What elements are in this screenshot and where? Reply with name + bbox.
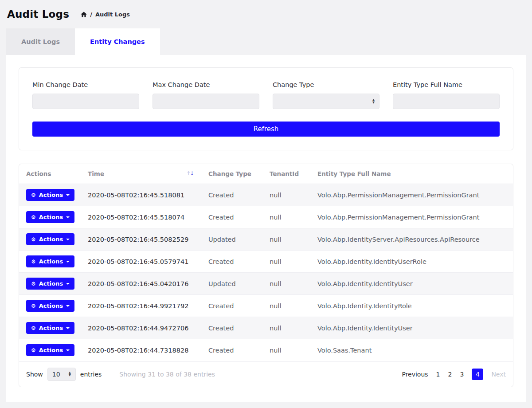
cell-change-type: Created <box>205 251 266 273</box>
table-row: ⚙Actions 2020-05-08T02:16:45.518074 Crea… <box>19 206 513 228</box>
cell-change-type: Created <box>205 295 266 317</box>
pagination-page-2[interactable]: 2 <box>448 371 452 378</box>
entity-type-full-name-input[interactable] <box>393 94 500 109</box>
pagination-previous[interactable]: Previous <box>402 371 428 378</box>
cell-tenant-id: null <box>266 184 314 206</box>
table-row: ⚙Actions 2020-05-08T02:16:44.7318828 Cre… <box>19 339 513 361</box>
row-actions-button[interactable]: ⚙Actions <box>26 344 74 356</box>
page-header: Audit Logs / Audit Logs <box>0 0 532 28</box>
cell-tenant-id: null <box>266 339 314 361</box>
cell-tenant-id: null <box>266 295 314 317</box>
filter-card: Min Change Date Max Change Date Change T… <box>19 67 513 150</box>
header-actions: Actions <box>19 164 84 184</box>
caret-down-icon <box>66 349 70 351</box>
breadcrumb-current: Audit Logs <box>95 11 130 18</box>
max-change-date-input[interactable] <box>153 94 259 109</box>
filter-change-type: Change Type ▲▼ <box>273 81 379 109</box>
row-actions-button[interactable]: ⚙Actions <box>26 278 74 290</box>
select-arrows-icon: ▲▼ <box>69 372 71 377</box>
row-actions-button[interactable]: ⚙Actions <box>26 211 74 223</box>
caret-down-icon <box>66 216 70 218</box>
caret-down-icon <box>66 305 70 307</box>
cell-entity-type: Volo.Saas.Tenant <box>314 339 513 361</box>
table-row: ⚙Actions 2020-05-08T02:16:45.0579741 Cre… <box>19 251 513 273</box>
content-panel: Min Change Date Max Change Date Change T… <box>6 55 526 402</box>
gear-icon: ⚙ <box>31 348 36 353</box>
cell-time: 2020-05-08T02:16:45.518081 <box>84 184 205 206</box>
cell-change-type: Updated <box>205 228 266 251</box>
cell-time: 2020-05-08T02:16:45.5082529 <box>84 228 205 251</box>
cell-change-type: Created <box>205 184 266 206</box>
cell-entity-type: Volo.Abp.Identity.IdentityUserRole <box>314 251 513 273</box>
home-icon[interactable] <box>81 12 87 17</box>
pagination-page-3[interactable]: 3 <box>460 371 464 378</box>
gear-icon: ⚙ <box>31 215 36 220</box>
cell-change-type: Created <box>205 317 266 339</box>
filter-grid: Min Change Date Max Change Date Change T… <box>32 81 500 109</box>
max-change-date-label: Max Change Date <box>153 81 259 88</box>
table-row: ⚙Actions 2020-05-08T02:16:45.0420176 Upd… <box>19 273 513 295</box>
tab-audit-logs[interactable]: Audit Logs <box>6 28 75 55</box>
row-actions-button[interactable]: ⚙Actions <box>26 255 74 267</box>
pagination-page-4[interactable]: 4 <box>472 369 483 380</box>
page-size-value: 10 <box>52 371 60 378</box>
min-change-date-input[interactable] <box>32 94 139 109</box>
cell-tenant-id: null <box>266 317 314 339</box>
page: Audit Logs / Audit Logs Audit Logs Entit… <box>0 0 532 402</box>
table-row: ⚙Actions 2020-05-08T02:16:45.518081 Crea… <box>19 184 513 206</box>
cell-time: 2020-05-08T02:16:44.7318828 <box>84 339 205 361</box>
sort-icon[interactable]: ↑↓ <box>186 170 193 177</box>
cell-entity-type: Volo.Abp.PermissionManagement.Permission… <box>314 184 513 206</box>
cell-change-type: Created <box>205 339 266 361</box>
row-actions-button[interactable]: ⚙Actions <box>26 300 74 312</box>
change-type-select[interactable]: ▲▼ <box>273 94 379 109</box>
header-entity-type: Entity Type Full Name <box>314 164 513 184</box>
gear-icon: ⚙ <box>31 192 36 198</box>
refresh-button[interactable]: Refresh <box>32 122 500 137</box>
pagination-next[interactable]: Next <box>491 371 506 378</box>
breadcrumb: / Audit Logs <box>81 11 130 18</box>
tab-entity-changes[interactable]: Entity Changes <box>75 28 160 55</box>
header-change-type: Change Type <box>205 164 266 184</box>
row-actions-button[interactable]: ⚙Actions <box>26 322 74 334</box>
caret-down-icon <box>66 283 70 285</box>
entity-type-full-name-label: Entity Type Full Name <box>393 81 500 88</box>
page-size-group: Show 10 ▲▼ entries <box>26 368 102 381</box>
gear-icon: ⚙ <box>31 303 36 309</box>
select-arrows-icon: ▲▼ <box>372 99 375 104</box>
header-tenant-id: TenantId <box>266 164 314 184</box>
cell-time: 2020-05-08T02:16:45.0579741 <box>84 251 205 273</box>
entries-label: entries <box>80 371 102 378</box>
cell-time: 2020-05-08T02:16:45.518074 <box>84 206 205 228</box>
cell-entity-type: Volo.Abp.IdentityServer.ApiResources.Api… <box>314 228 513 251</box>
show-label: Show <box>26 371 43 378</box>
cell-time: 2020-05-08T02:16:44.9921792 <box>84 295 205 317</box>
gear-icon: ⚙ <box>31 237 36 242</box>
cell-entity-type: Volo.Abp.Identity.IdentityUser <box>314 317 513 339</box>
cell-entity-type: Volo.Abp.Identity.IdentityRole <box>314 295 513 317</box>
gear-icon: ⚙ <box>31 326 36 331</box>
cell-change-type: Updated <box>205 273 266 295</box>
table-row: ⚙Actions 2020-05-08T02:16:44.9472706 Cre… <box>19 317 513 339</box>
header-time[interactable]: Time ↑↓ <box>84 164 205 184</box>
tab-bar: Audit Logs Entity Changes <box>6 28 526 55</box>
gear-icon: ⚙ <box>31 259 36 264</box>
cell-tenant-id: null <box>266 228 314 251</box>
pagination-page-1[interactable]: 1 <box>436 371 440 378</box>
table-row: ⚙Actions 2020-05-08T02:16:44.9921792 Cre… <box>19 295 513 317</box>
pagination: Previous 1 2 3 4 Next <box>402 369 506 380</box>
row-actions-button[interactable]: ⚙Actions <box>26 189 74 201</box>
showing-entries-text: Showing 31 to 38 of 38 entries <box>119 371 215 378</box>
table-footer: Show 10 ▲▼ entries Showing 31 to 38 of 3… <box>19 361 513 387</box>
breadcrumb-separator: / <box>90 11 92 18</box>
gear-icon: ⚙ <box>31 281 36 286</box>
cell-change-type: Created <box>205 206 266 228</box>
cell-time: 2020-05-08T02:16:44.9472706 <box>84 317 205 339</box>
filter-max-change-date: Max Change Date <box>153 81 259 109</box>
page-size-select[interactable]: 10 ▲▼ <box>47 368 76 381</box>
row-actions-button[interactable]: ⚙Actions <box>26 233 74 245</box>
entity-changes-table: Actions Time ↑↓ Change Type TenantId Ent… <box>19 164 513 361</box>
cell-tenant-id: null <box>266 206 314 228</box>
filter-entity-type-full-name: Entity Type Full Name <box>393 81 500 109</box>
caret-down-icon <box>66 327 70 329</box>
